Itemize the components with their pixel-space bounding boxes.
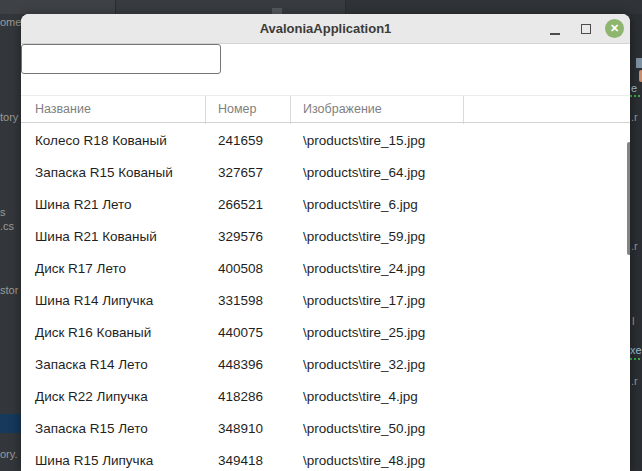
cell-name: Колесо R18 Кованый (35, 133, 167, 148)
tab-divider (345, 0, 346, 14)
cell-name: Запаска R15 Кованый (35, 165, 173, 180)
minimize-button[interactable] (542, 14, 568, 44)
cell-name: Диск R16 Кованый (35, 325, 151, 340)
table-row[interactable]: Диск R17 Лето400508\products\tire_24.jpg (21, 253, 630, 285)
cell-image: \products\tire_17.jpg (303, 293, 425, 308)
code-fragment: xe (630, 344, 642, 356)
cell-image: \products\tire_64.jpg (303, 165, 425, 180)
code-fragment: l (632, 315, 634, 327)
ide-top-strip (0, 0, 642, 14)
code-fragment: ory. (0, 448, 18, 460)
table-row[interactable]: Запаска R15 Кованый327657\products\tire_… (21, 157, 630, 189)
table-row[interactable]: Шина R21 Кованый329576\products\tire_59.… (21, 221, 630, 253)
table-row[interactable]: Запаска R14 Лето448396\products\tire_32.… (21, 349, 630, 381)
maximize-button[interactable] (573, 14, 599, 44)
table-row[interactable]: Диск R16 Кованый440075\products\tire_25.… (21, 317, 630, 349)
cell-number: 400508 (218, 261, 263, 276)
column-header-number[interactable]: Номер (218, 102, 256, 116)
window-title: AvaloniaApplication1 (21, 21, 630, 36)
cell-image: \products\tire_50.jpg (303, 421, 425, 436)
grid-header: Название Номер Изображение (21, 95, 630, 123)
cell-name: Шина R21 Кованый (35, 229, 157, 244)
cell-number: 418286 (218, 389, 263, 404)
cell-name: Диск R22 Липучка (35, 389, 148, 404)
maximize-icon (581, 24, 591, 34)
column-separator (290, 96, 291, 124)
cell-image: \products\tire_48.jpg (303, 453, 425, 468)
code-fragment: .r (631, 375, 638, 387)
cell-name: Шина R15 Липучка (35, 453, 153, 468)
cell-number: 448396 (218, 357, 263, 372)
data-grid: Название Номер Изображение Колесо R18 Ко… (21, 94, 630, 471)
cell-number: 440075 (218, 325, 263, 340)
cell-image: \products\tire_24.jpg (303, 261, 425, 276)
table-row[interactable]: Колесо R18 Кованый241659\products\tire_1… (21, 125, 630, 157)
cell-number: 241659 (218, 133, 263, 148)
cell-name: Диск R17 Лето (35, 261, 126, 276)
cell-number: 329576 (218, 229, 263, 244)
cell-name: Запаска R15 Лето (35, 421, 148, 436)
error-squiggle (630, 95, 640, 97)
cell-image: \products\tire_6.jpg (303, 197, 418, 212)
grid-body: Колесо R18 Кованый241659\products\tire_1… (21, 125, 630, 471)
code-fragment: .r (631, 111, 638, 123)
cell-image: \products\tire_59.jpg (303, 229, 425, 244)
ide-selected-item (0, 414, 21, 433)
column-header-image[interactable]: Изображение (303, 102, 382, 116)
table-row[interactable]: Диск R22 Липучка418286\products\tire_4.j… (21, 381, 630, 413)
cell-image: \products\tire_4.jpg (303, 389, 418, 404)
close-button[interactable]: ✕ (602, 14, 628, 44)
cell-number: 348910 (218, 421, 263, 436)
titlebar[interactable]: AvaloniaApplication1 ✕ (21, 14, 630, 44)
ide-left-panel: ome tory s .cs stor ory. (0, 14, 21, 471)
code-fragment: ome (0, 16, 21, 28)
cell-name: Шина R21 Лето (35, 197, 132, 212)
code-fragment: s (0, 206, 6, 218)
table-row[interactable]: Запаска R15 Лето348910\products\tire_50.… (21, 413, 630, 445)
cell-number: 327657 (218, 165, 263, 180)
search-input[interactable] (21, 44, 221, 74)
cell-number: 266521 (218, 197, 263, 212)
cell-number: 331598 (218, 293, 263, 308)
app-window: AvaloniaApplication1 ✕ Название Номер Из… (21, 14, 630, 471)
code-fragment (636, 58, 642, 68)
table-row[interactable]: Шина R15 Липучка349418\products\tire_48.… (21, 445, 630, 471)
close-icon: ✕ (605, 19, 624, 38)
code-fragment: e (631, 82, 637, 94)
code-fragment: stor (0, 284, 18, 296)
code-fragment: tory (0, 111, 18, 123)
tab-divider (115, 0, 116, 14)
cell-name: Запаска R14 Лето (35, 357, 148, 372)
cell-image: \products\tire_32.jpg (303, 357, 425, 372)
column-header-name[interactable]: Название (35, 102, 91, 116)
cell-image: \products\tire_25.jpg (303, 325, 425, 340)
cell-number: 349418 (218, 453, 263, 468)
column-separator (463, 96, 464, 124)
ide-right-panel: e .r .r l xe .r (630, 14, 642, 471)
cell-image: \products\tire_15.jpg (303, 133, 425, 148)
code-fragment: .r (631, 240, 638, 252)
minimize-icon (550, 33, 560, 35)
error-squiggle (630, 358, 640, 360)
cell-name: Шина R14 Липучка (35, 293, 153, 308)
column-separator (205, 96, 206, 124)
vertical-scrollbar-thumb[interactable] (627, 142, 630, 255)
table-row[interactable]: Шина R14 Липучка331598\products\tire_17.… (21, 285, 630, 317)
code-fragment: .cs (0, 220, 14, 232)
table-row[interactable]: Шина R21 Лето266521\products\tire_6.jpg (21, 189, 630, 221)
